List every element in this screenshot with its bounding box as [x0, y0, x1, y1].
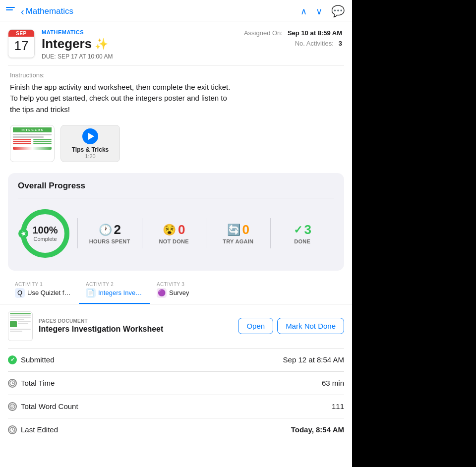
- stat-top-hours: 🕐 2: [99, 222, 121, 237]
- assignment-info: MATHEMATICS Integers ✨ DUE: SEP 17 AT 10…: [42, 29, 236, 60]
- done-value: 3: [304, 222, 311, 237]
- tab-3-app-icon: 🟣: [157, 288, 167, 298]
- tab-2-icon-row: 📄 Integers Investi...: [86, 288, 143, 298]
- stat-hours-spent: 🕐 2 HOURS SPENT: [77, 218, 142, 248]
- assignment-title-row: Integers ✨: [42, 36, 236, 52]
- total-time-value: 63 min: [322, 379, 344, 387]
- activity-content: PAGES DOCUMENT Integers Investigation Wo…: [0, 304, 352, 448]
- progress-complete-label: Complete: [32, 236, 58, 242]
- stat-top-done: ✓ 3: [294, 222, 311, 237]
- submitted-value: Sep 12 at 8:54 AM: [283, 355, 344, 364]
- done-check-icon: ✓: [294, 224, 302, 236]
- nav-down-arrow[interactable]: ∨: [316, 6, 322, 17]
- total-time-row: Total Time 63 min: [8, 372, 344, 395]
- instructions-text: Finish the app activity and worksheet, t…: [10, 82, 342, 116]
- tab-3-icon-row: 🟣 Survey: [157, 288, 189, 298]
- tryagain-label: TRY AGAIN: [223, 238, 253, 244]
- notdone-label: NOT DONE: [159, 238, 189, 244]
- calendar-badge: SEP 17: [8, 29, 35, 58]
- assignment-header: SEP 17 MATHEMATICS Integers ✨ DUE: SEP 1…: [0, 21, 352, 65]
- clock-icon: 🕐: [99, 224, 112, 236]
- assigned-on-value: Sep 10 at 8:59 AM: [288, 29, 342, 37]
- tab-1-num: ACTIVITY 1: [15, 282, 72, 287]
- stat-done: ✓ 3 DONE: [270, 218, 335, 248]
- back-chevron-icon: ‹: [21, 6, 24, 16]
- submitted-label: Submitted: [21, 355, 55, 364]
- word-count-value: 111: [332, 402, 344, 410]
- svg-line-6: [12, 383, 14, 384]
- play-button[interactable]: [82, 128, 98, 144]
- main-panel: ‹ Mathematics ∧ ∨ 💬 SEP 17 MATHEMATICS I…: [0, 0, 352, 467]
- hours-value: 2: [114, 222, 121, 237]
- back-button[interactable]: ‹ Mathematics: [21, 6, 73, 16]
- no-activities-label: No. Activities:: [295, 40, 334, 47]
- activity-tabs: ACTIVITY 1 Q Use Quizlet for... ACTIVITY…: [0, 278, 352, 304]
- doc-info: PAGES DOCUMENT Integers Investigation Wo…: [39, 318, 232, 334]
- doc-actions: Open Mark Not Done: [238, 318, 344, 334]
- doc-thumbnail: [8, 311, 33, 341]
- doc-type: PAGES DOCUMENT: [39, 318, 232, 324]
- sidebar-toggle-icon[interactable]: [6, 7, 17, 16]
- total-time-left: Total Time: [8, 379, 55, 388]
- hours-label: HOURS SPENT: [89, 238, 130, 244]
- word-count-left: Total Word Count: [8, 402, 78, 411]
- last-edited-row: Last Edited Today, 8:54 AM: [8, 418, 344, 441]
- submitted-icon: ✓: [8, 355, 17, 364]
- activity-doc: PAGES DOCUMENT Integers Investigation Wo…: [8, 311, 344, 349]
- due-date: DUE: SEP 17 AT 10:00 AM: [42, 53, 236, 60]
- instructions-section: Instructions: Finish the app activity an…: [0, 65, 352, 120]
- sparkle-icon: ✨: [95, 38, 108, 51]
- stats-grid: 🕐 2 HOURS SPENT 😵 0 NOT DONE 🔄 0: [72, 218, 334, 248]
- tab-activity-1[interactable]: ACTIVITY 1 Q Use Quizlet for...: [8, 278, 79, 304]
- video-duration: 1:20: [85, 153, 95, 159]
- assignment-title: Integers: [42, 36, 92, 52]
- last-edited-label: Last Edited: [21, 425, 58, 434]
- instructions-label: Instructions:: [10, 71, 342, 79]
- submitted-row: ✓ Submitted Sep 12 at 8:54 AM: [8, 349, 344, 372]
- play-icon: [88, 133, 94, 140]
- status-rows: ✓ Submitted Sep 12 at 8:54 AM Total Time: [8, 349, 344, 441]
- back-label: Mathematics: [26, 6, 73, 16]
- stat-not-done: 😵 0 NOT DONE: [142, 218, 206, 248]
- stat-top-tryagain: 🔄 0: [227, 222, 249, 237]
- tab-3-title: Survey: [169, 289, 189, 296]
- doc-name: Integers Investigation Worksheet: [39, 325, 232, 334]
- notdone-value: 0: [178, 222, 185, 237]
- subject-label: MATHEMATICS: [42, 29, 236, 35]
- poster-attachment[interactable]: INTEGERS: [10, 125, 55, 162]
- tab-activity-3[interactable]: ACTIVITY 3 🟣 Survey: [150, 278, 196, 304]
- assigned-on-label: Assigned On:: [244, 29, 283, 37]
- calendar-month: SEP: [8, 30, 34, 37]
- tab-1-title: Use Quizlet for...: [27, 289, 72, 296]
- time-clock-icon: [8, 379, 17, 388]
- no-activities-value: 3: [339, 40, 342, 47]
- nav-up-arrow[interactable]: ∧: [300, 6, 307, 17]
- notdone-icon: 😵: [163, 224, 176, 236]
- assignment-meta: Assigned On: Sep 10 at 8:59 AM No. Activ…: [243, 29, 342, 50]
- calendar-day: 17: [8, 37, 34, 55]
- tab-2-app-icon: 📄: [86, 288, 96, 298]
- no-activities-row: No. Activities: 3: [243, 40, 342, 47]
- attachments-section: INTEGERS: [0, 120, 352, 170]
- word-count-label: Total Word Count: [21, 402, 78, 410]
- circle-progress: ★ 100% Complete: [18, 206, 72, 261]
- progress-divider: [18, 198, 334, 198]
- svg-point-7: [10, 404, 15, 409]
- mark-not-done-button[interactable]: Mark Not Done: [277, 318, 344, 334]
- assigned-on-row: Assigned On: Sep 10 at 8:59 AM: [243, 29, 342, 37]
- tab-activity-2[interactable]: ACTIVITY 2 📄 Integers Investi...: [79, 278, 150, 304]
- tryagain-value: 0: [242, 222, 249, 237]
- svg-line-12: [12, 430, 14, 430]
- progress-stats: ★ 100% Complete 🕐 2 HOURS SPENT: [18, 206, 334, 261]
- stat-try-again: 🔄 0 TRY AGAIN: [206, 218, 270, 248]
- done-label: DONE: [294, 238, 310, 244]
- total-time-label: Total Time: [21, 379, 55, 387]
- tab-2-num: ACTIVITY 2: [86, 282, 143, 287]
- chat-icon[interactable]: 💬: [331, 5, 344, 18]
- open-button[interactable]: Open: [238, 318, 273, 334]
- submitted-left: ✓ Submitted: [8, 355, 55, 364]
- tryagain-icon: 🔄: [227, 224, 240, 236]
- progress-title: Overall Progress: [18, 181, 334, 191]
- stat-top-notdone: 😵 0: [163, 222, 185, 237]
- video-attachment[interactable]: Tips & Tricks 1:20: [60, 125, 120, 162]
